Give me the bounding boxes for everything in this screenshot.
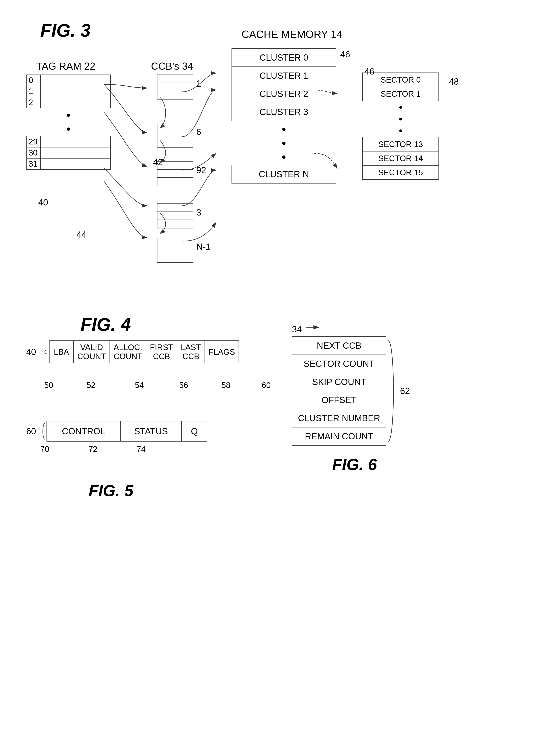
table-row: 30 bbox=[26, 147, 111, 158]
fig5-refs: 70 72 74 bbox=[40, 445, 207, 454]
ccb-cluster-number-row: CLUSTER NUMBER bbox=[292, 409, 386, 427]
sector-dots-row: ••• bbox=[362, 101, 439, 137]
ccb-group-3 bbox=[157, 203, 193, 228]
fig5-row: 60 CONTROL STATUS Q bbox=[26, 421, 207, 442]
field-ref-58: 58 bbox=[222, 381, 231, 390]
fig5-ref-60: 60 bbox=[26, 426, 36, 436]
field-control: CONTROL bbox=[47, 421, 121, 441]
sector-1-row: SECTOR 1 bbox=[362, 87, 439, 101]
fig6-arrow-icon bbox=[305, 324, 321, 330]
cluster-0-cell: CLUSTER 0 bbox=[232, 49, 336, 67]
ccb-group-n1 bbox=[157, 238, 193, 263]
table-row: 1 bbox=[26, 86, 111, 97]
field-first-ccb: FIRST CCB bbox=[146, 341, 177, 363]
sector-13-cell: SECTOR 13 bbox=[362, 137, 439, 151]
fig5-ref-74: 74 bbox=[137, 445, 146, 454]
field-last-ccb: LAST CCB bbox=[177, 341, 205, 363]
fig6-brace-icon bbox=[387, 337, 400, 445]
ccb-92-label: 92 bbox=[196, 165, 206, 175]
fig6-table: NEXT CCB SECTOR COUNT SKIP COUNT OFFSET … bbox=[292, 336, 386, 446]
fig5-ref-70: 70 bbox=[40, 445, 49, 454]
ccb-3-label: 3 bbox=[196, 207, 201, 218]
fig5-title: FIG. 5 bbox=[89, 481, 133, 500]
field-next-ccb: NEXT CCB bbox=[292, 337, 386, 355]
ccb-group-92 bbox=[157, 161, 193, 186]
row-0: 0 bbox=[26, 75, 40, 86]
cluster-dots-row: ••• bbox=[232, 121, 336, 165]
ccb-sector-count-row: SECTOR COUNT bbox=[292, 355, 386, 373]
tag-ram-fields-wrapper: 40 LBA VALID COUNT ALLOC. COUNT FIRST CC… bbox=[26, 340, 239, 363]
field-offset: OFFSET bbox=[292, 391, 386, 409]
field-valid-count: VALID COUNT bbox=[74, 341, 110, 363]
cluster-n-row: CLUSTER N bbox=[232, 165, 336, 183]
ref-46a: 46 bbox=[340, 49, 350, 59]
tag-ram-table: 0 1 2 •• 29 30 31 bbox=[26, 75, 111, 170]
field-ref-56: 56 bbox=[179, 381, 188, 390]
table-row: 31 bbox=[26, 158, 111, 169]
sector-14-row: SECTOR 14 bbox=[362, 151, 439, 165]
ccb-n1-label: N-1 bbox=[196, 242, 211, 252]
fig6-wrapper: 34 NEXT CCB SECTOR COUNT bbox=[292, 324, 410, 446]
field-cluster-number: CLUSTER NUMBER bbox=[292, 409, 386, 427]
table-row: 0 bbox=[26, 75, 111, 86]
cluster-2-row: CLUSTER 2 bbox=[232, 85, 336, 103]
sector-0-cell: SECTOR 0 bbox=[362, 73, 439, 87]
sector-15-row: SECTOR 15 bbox=[362, 165, 439, 179]
fig4-ref-40: 40 bbox=[26, 347, 36, 357]
field-alloc-count: ALLOC. COUNT bbox=[110, 341, 146, 363]
ccb-remain-count-row: REMAIN COUNT bbox=[292, 427, 386, 445]
cluster-n-cell: CLUSTER N bbox=[232, 165, 336, 183]
page: FIG. 3 CACHE MEMORY 14 TAG RAM 22 CCB's … bbox=[0, 0, 548, 756]
sector-table: SECTOR 0 SECTOR 1 ••• SECTOR 13 SECTOR 1… bbox=[362, 73, 439, 180]
fig5-ref-72: 72 bbox=[89, 445, 98, 454]
sector-0-row: SECTOR 0 bbox=[362, 73, 439, 87]
cluster-3-row: CLUSTER 3 bbox=[232, 103, 336, 121]
fig6-ref-62: 62 bbox=[400, 386, 410, 396]
tag-ram-fields-table: LBA VALID COUNT ALLOC. COUNT FIRST CCB L… bbox=[49, 340, 239, 363]
fig5-wrapper: 60 CONTROL STATUS Q 70 72 74 bbox=[26, 421, 207, 454]
table-row-dots: •• bbox=[26, 108, 111, 136]
ref-40: 40 bbox=[38, 197, 48, 207]
field-skip-count: SKIP COUNT bbox=[292, 373, 386, 391]
sector-13-row: SECTOR 13 bbox=[362, 137, 439, 151]
table-row: 29 bbox=[26, 136, 111, 147]
ccb-1-label: 1 bbox=[196, 79, 201, 89]
field-flags: FLAGS bbox=[205, 341, 239, 363]
sector-1-cell: SECTOR 1 bbox=[362, 87, 439, 101]
cluster-1-cell: CLUSTER 1 bbox=[232, 67, 336, 85]
fig6-title: FIG. 6 bbox=[332, 455, 377, 474]
fig6-ref-34: 34 bbox=[292, 324, 302, 334]
table-row: 2 bbox=[26, 97, 111, 108]
ccb-6-label: 6 bbox=[196, 127, 201, 137]
field-ref-54: 54 bbox=[135, 381, 144, 390]
fig4-title: FIG. 4 bbox=[81, 314, 131, 335]
cache-memory-label: CACHE MEMORY 14 bbox=[242, 28, 342, 40]
cluster-2-cell: CLUSTER 2 bbox=[232, 85, 336, 103]
cluster-0-row: CLUSTER 0 bbox=[232, 49, 336, 67]
field-ref-60: 60 bbox=[262, 381, 271, 390]
field-status: STATUS bbox=[120, 421, 182, 441]
fields-row: LBA VALID COUNT ALLOC. COUNT FIRST CCB L… bbox=[49, 341, 239, 363]
field-ref-52: 52 bbox=[87, 381, 96, 390]
ccb-skip-count-row: SKIP COUNT bbox=[292, 373, 386, 391]
ccb-next-row: NEXT CCB bbox=[292, 337, 386, 355]
sector-14-cell: SECTOR 14 bbox=[362, 151, 439, 165]
fig5-fields-row: CONTROL STATUS Q bbox=[47, 421, 207, 441]
ccb-group-1 bbox=[157, 75, 193, 100]
field-lba: LBA bbox=[49, 341, 74, 363]
cluster-1-row: CLUSTER 1 bbox=[232, 67, 336, 85]
cache-clusters-table: CLUSTER 0 CLUSTER 1 CLUSTER 2 CLUSTER 3 … bbox=[232, 48, 336, 184]
field-remain-count: REMAIN COUNT bbox=[292, 427, 386, 445]
sector-15-cell: SECTOR 15 bbox=[362, 165, 439, 179]
fig6-ref-row: 34 bbox=[292, 324, 410, 334]
fig3-section: FIG. 3 CACHE MEMORY 14 TAG RAM 22 CCB's … bbox=[20, 16, 528, 298]
fig5-table: CONTROL STATUS Q bbox=[47, 421, 207, 442]
cluster-3-cell: CLUSTER 3 bbox=[232, 103, 336, 121]
field-sector-count: SECTOR COUNT bbox=[292, 355, 386, 373]
tag-ram-label: TAG RAM 22 bbox=[36, 60, 95, 72]
ccb-group-6 bbox=[157, 123, 193, 148]
ref-48: 48 bbox=[449, 77, 459, 87]
ref-44: 44 bbox=[77, 230, 86, 240]
ccb-offset-row: OFFSET bbox=[292, 391, 386, 409]
ccb-label: CCB's 34 bbox=[151, 60, 193, 72]
